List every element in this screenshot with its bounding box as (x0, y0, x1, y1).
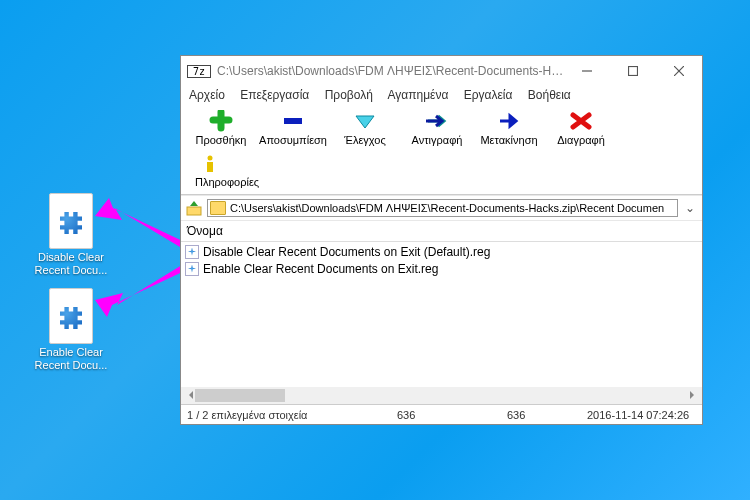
delete-button[interactable]: Διαγραφή (545, 108, 617, 152)
minimize-button[interactable] (564, 56, 610, 86)
add-button[interactable]: Προσθήκη (185, 108, 257, 152)
menu-help[interactable]: Βοήθεια (528, 88, 571, 102)
status-selection: 1 / 2 επιλεγμένα στοιχεία (181, 409, 391, 421)
pathbar: C:\Users\akist\Downloads\FDM ΛΗΨΕΙΣ\Rece… (181, 195, 702, 221)
close-button[interactable] (656, 56, 702, 86)
svg-rect-10 (187, 207, 201, 215)
column-header-name[interactable]: Όνομα (181, 221, 702, 242)
desktop-icon-label: Enable Clear Recent Docu... (32, 346, 110, 371)
move-button[interactable]: Μετακίνηση (473, 108, 545, 152)
file-row[interactable]: Enable Clear Recent Documents on Exit.re… (183, 260, 700, 277)
copy-button[interactable]: Αντιγραφή (401, 108, 473, 152)
tool-label: Έλεγχος (329, 134, 401, 146)
status-date: 2016-11-14 07:24:26 (581, 409, 702, 421)
menu-tools[interactable]: Εργαλεία (464, 88, 513, 102)
sevenzip-window: 7z C:\Users\akist\Downloads\FDM ΛΗΨΕΙΣ\R… (180, 55, 703, 425)
svg-rect-6 (284, 118, 302, 124)
menu-favorites[interactable]: Αγαπημένα (388, 88, 449, 102)
status-size2: 636 (501, 409, 581, 421)
path-dropdown-button[interactable]: ⌄ (682, 201, 698, 215)
menu-file[interactable]: Αρχείο (189, 88, 225, 102)
file-name: Disable Clear Recent Documents on Exit (… (203, 245, 490, 259)
folder-icon (210, 201, 226, 215)
reg-file-icon (49, 288, 93, 344)
tool-label: Διαγραφή (545, 134, 617, 146)
svg-rect-3 (629, 67, 638, 76)
statusbar: 1 / 2 επιλεγμένα στοιχεία 636 636 2016-1… (181, 404, 702, 424)
toolbar: Προσθήκη Αποσυμπίεση Έλεγχος Αντιγραφή Μ… (181, 106, 702, 195)
app-icon: 7z (187, 65, 211, 78)
maximize-button[interactable] (610, 56, 656, 86)
menubar: Αρχείο Επεξεργασία Προβολή Αγαπημένα Εργ… (181, 86, 702, 106)
svg-point-8 (208, 156, 213, 161)
status-size1: 636 (391, 409, 501, 421)
menu-edit[interactable]: Επεξεργασία (240, 88, 309, 102)
svg-rect-9 (207, 162, 213, 172)
reg-file-icon (185, 262, 199, 276)
path-input[interactable]: C:\Users\akist\Downloads\FDM ΛΗΨΕΙΣ\Rece… (207, 199, 678, 217)
svg-marker-0 (95, 198, 193, 253)
tool-label: Μετακίνηση (473, 134, 545, 146)
window-title: C:\Users\akist\Downloads\FDM ΛΗΨΕΙΣ\Rece… (217, 64, 564, 78)
svg-marker-1 (95, 260, 193, 317)
menu-view[interactable]: Προβολή (325, 88, 373, 102)
file-list[interactable]: Disable Clear Recent Documents on Exit (… (181, 242, 702, 387)
test-button[interactable]: Έλεγχος (329, 108, 401, 152)
file-row[interactable]: Disable Clear Recent Documents on Exit (… (183, 243, 700, 260)
reg-file-icon (185, 245, 199, 259)
scrollbar-thumb[interactable] (195, 389, 285, 402)
up-folder-button[interactable] (185, 199, 203, 217)
reg-file-icon (49, 193, 93, 249)
path-text: C:\Users\akist\Downloads\FDM ΛΗΨΕΙΣ\Rece… (230, 202, 664, 214)
tool-label: Αντιγραφή (401, 134, 473, 146)
tool-label: Αποσυμπίεση (257, 134, 329, 146)
titlebar[interactable]: 7z C:\Users\akist\Downloads\FDM ΛΗΨΕΙΣ\R… (181, 56, 702, 86)
horizontal-scrollbar[interactable] (181, 387, 702, 404)
tool-label: Προσθήκη (185, 134, 257, 146)
extract-button[interactable]: Αποσυμπίεση (257, 108, 329, 152)
tool-label: Πληροφορίες (195, 176, 698, 188)
file-name: Enable Clear Recent Documents on Exit.re… (203, 262, 438, 276)
svg-marker-7 (356, 116, 374, 128)
info-button[interactable]: Πληροφορίες (185, 152, 698, 194)
